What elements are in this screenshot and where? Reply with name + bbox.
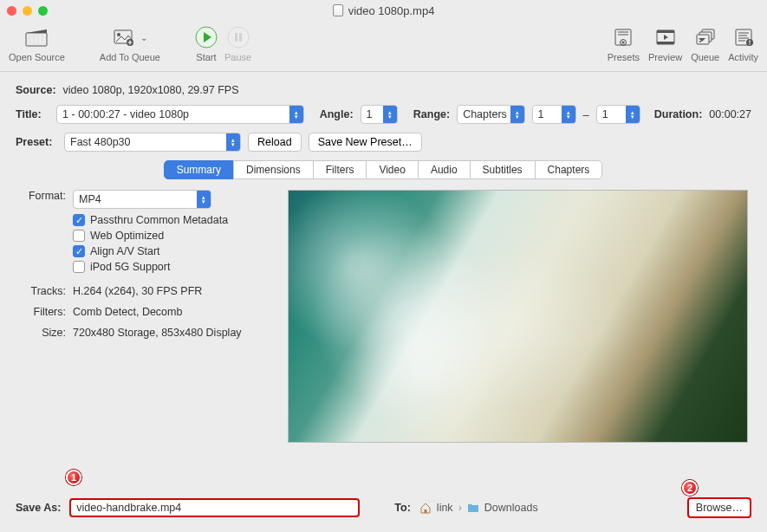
angle-select[interactable]: 1 ▴▾ bbox=[361, 105, 398, 124]
saveas-input[interactable]: video-handbrake.mp4 bbox=[69, 498, 360, 517]
chevron-updown-icon: ▴▾ bbox=[226, 133, 240, 152]
format-value: MP4 bbox=[79, 193, 197, 205]
browse-button[interactable]: Browse… bbox=[687, 497, 751, 518]
svg-rect-20 bbox=[749, 44, 750, 45]
zoom-icon[interactable] bbox=[38, 6, 48, 16]
tab-subtitles[interactable]: Subtitles bbox=[470, 160, 536, 179]
preview-icon bbox=[654, 28, 677, 47]
close-icon[interactable] bbox=[7, 6, 16, 16]
chevron-updown-icon: ▴▾ bbox=[510, 105, 524, 124]
window-title: video 1080p.mp4 bbox=[333, 4, 435, 17]
tracks-label: Tracks: bbox=[19, 285, 73, 297]
summary-pane: Format: MP4 ▴▾ ✓ Passthru Common Metadat… bbox=[16, 190, 751, 443]
tab-audio[interactable]: Audio bbox=[418, 160, 471, 179]
window-controls bbox=[7, 6, 48, 16]
title-select[interactable]: 1 - 00:00:27 - video 1080p ▴▾ bbox=[56, 105, 304, 124]
chevron-down-icon[interactable]: ⌄ bbox=[140, 33, 147, 42]
angle-label: Angle: bbox=[320, 108, 354, 120]
title-label: Title: bbox=[16, 108, 49, 120]
check-passthru-label: Passthru Common Metadata bbox=[90, 214, 228, 226]
preview-button[interactable]: Preview bbox=[648, 24, 682, 62]
play-icon bbox=[195, 28, 218, 47]
destination-path[interactable]: link › Downloads bbox=[419, 502, 538, 514]
preset-label: Preset: bbox=[16, 136, 57, 148]
save-new-preset-button[interactable]: Save New Preset… bbox=[309, 133, 422, 152]
check-web[interactable]: Web Optimized bbox=[73, 230, 270, 242]
minimize-icon[interactable] bbox=[23, 6, 32, 16]
check-passthru[interactable]: ✓ Passthru Common Metadata bbox=[73, 214, 270, 226]
title-row: Title: 1 - 00:00:27 - video 1080p ▴▾ Ang… bbox=[16, 105, 751, 124]
queue-label: Queue bbox=[691, 52, 719, 62]
preview-label: Preview bbox=[648, 52, 682, 62]
svg-rect-12 bbox=[657, 42, 674, 44]
filters-label: Filters: bbox=[19, 306, 73, 318]
annotation-marker-2: 2 bbox=[682, 480, 698, 496]
start-button[interactable]: Start bbox=[195, 24, 218, 62]
annotation-marker-1: 1 bbox=[66, 470, 81, 485]
format-select[interactable]: MP4 ▴▾ bbox=[73, 190, 211, 209]
open-source-button[interactable]: Open Source bbox=[9, 24, 65, 62]
svg-rect-6 bbox=[235, 33, 237, 42]
activity-label: Activity bbox=[728, 52, 758, 62]
path-folder: Downloads bbox=[484, 502, 538, 514]
svg-point-2 bbox=[117, 33, 120, 36]
svg-rect-7 bbox=[239, 33, 242, 42]
presets-label: Presets bbox=[608, 52, 640, 62]
browse-label: Browse… bbox=[696, 502, 743, 514]
range-to-select[interactable]: 1 ▴▾ bbox=[596, 105, 640, 124]
preview-thumbnail bbox=[288, 190, 748, 443]
presets-icon bbox=[612, 28, 634, 47]
check-align-label: Align A/V Start bbox=[90, 245, 160, 257]
checkbox-icon bbox=[73, 230, 85, 242]
preset-select[interactable]: Fast 480p30 ▴▾ bbox=[64, 133, 241, 152]
activity-button[interactable]: Activity bbox=[728, 24, 758, 62]
tracks-value: H.264 (x264), 30 FPS PFR bbox=[73, 285, 270, 297]
range-mode-value: Chapters bbox=[463, 108, 510, 120]
range-to-value: 1 bbox=[602, 108, 626, 120]
check-ipod-label: iPod 5G Support bbox=[90, 261, 170, 273]
add-queue-label: Add To Queue bbox=[100, 52, 160, 62]
saveas-value: video-handbrake.mp4 bbox=[76, 502, 181, 514]
angle-value: 1 bbox=[367, 108, 383, 120]
clapper-icon bbox=[25, 28, 48, 47]
image-plus-icon bbox=[113, 28, 135, 47]
tab-bar: Summary Dimensions Filters Video Audio S… bbox=[16, 160, 751, 179]
queue-button[interactable]: Queue bbox=[691, 24, 719, 62]
pause-icon bbox=[227, 28, 250, 47]
checkbox-icon: ✓ bbox=[73, 214, 85, 226]
tab-filters[interactable]: Filters bbox=[313, 160, 367, 179]
tab-video[interactable]: Video bbox=[366, 160, 418, 179]
toolbar: Open Source ⌄ Add To Queue Start bbox=[0, 21, 767, 72]
size-value: 720x480 Storage, 853x480 Display bbox=[73, 327, 270, 339]
summary-left: Format: MP4 ▴▾ ✓ Passthru Common Metadat… bbox=[19, 190, 270, 443]
add-queue-button[interactable]: ⌄ Add To Queue bbox=[100, 24, 160, 62]
size-label: Size: bbox=[19, 327, 73, 339]
to-label: To: bbox=[394, 502, 411, 514]
titlebar: video 1080p.mp4 bbox=[0, 0, 767, 21]
range-mode-select[interactable]: Chapters ▴▾ bbox=[457, 105, 524, 124]
check-align[interactable]: ✓ Align A/V Start bbox=[73, 245, 270, 257]
svg-rect-11 bbox=[657, 30, 674, 33]
content: Source: video 1080p, 1920x1080, 29.97 FP… bbox=[0, 72, 767, 443]
range-separator: – bbox=[583, 108, 589, 121]
range-from-select[interactable]: 1 ▴▾ bbox=[532, 105, 576, 124]
pause-button: Pause bbox=[224, 24, 251, 62]
window-title-text: video 1080p.mp4 bbox=[348, 4, 435, 17]
presets-button[interactable]: Presets bbox=[608, 24, 640, 62]
queue-icon bbox=[694, 28, 717, 47]
checkbox-icon: ✓ bbox=[73, 245, 85, 257]
chevron-updown-icon: ▴▾ bbox=[626, 105, 640, 124]
source-value: video 1080p, 1920x1080, 29.97 FPS bbox=[63, 84, 239, 96]
reload-button[interactable]: Reload bbox=[248, 133, 302, 152]
source-row: Source: video 1080p, 1920x1080, 29.97 FP… bbox=[16, 84, 751, 96]
path-parent: link bbox=[437, 502, 453, 514]
checkbox-icon bbox=[73, 261, 85, 273]
chevron-updown-icon: ▴▾ bbox=[197, 190, 211, 209]
tab-dimensions[interactable]: Dimensions bbox=[233, 160, 314, 179]
duration-value: 00:00:27 bbox=[709, 108, 751, 120]
tab-chapters[interactable]: Chapters bbox=[535, 160, 603, 179]
tab-summary[interactable]: Summary bbox=[164, 160, 234, 179]
check-ipod[interactable]: iPod 5G Support bbox=[73, 261, 270, 273]
folder-icon bbox=[467, 502, 479, 514]
file-icon bbox=[333, 4, 343, 16]
